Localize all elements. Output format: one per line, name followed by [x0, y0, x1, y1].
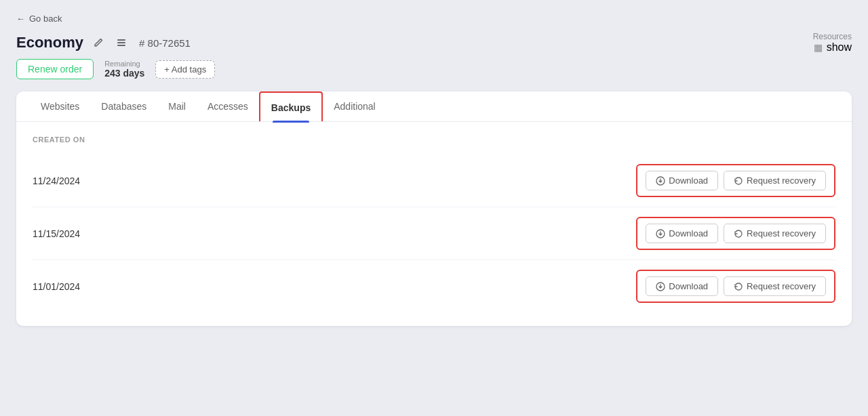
tab-mail[interactable]: Mail — [157, 91, 197, 121]
download-icon — [656, 176, 665, 186]
recovery-icon — [734, 282, 743, 291]
chart-icon: ▦ — [814, 42, 823, 53]
backup-date-1: 11/24/2024 — [33, 175, 636, 186]
back-label: Go back — [29, 14, 62, 24]
table-row: 11/24/2024 Download Re — [33, 154, 835, 207]
remaining-block: Remaining 243 days — [104, 60, 144, 79]
list-button[interactable] — [113, 35, 130, 51]
backups-content: CREATED ON 11/24/2024 Download — [16, 122, 852, 326]
download-button-3[interactable]: Download — [646, 276, 718, 296]
svg-rect-0 — [117, 39, 125, 41]
header-row: Economy # 80-72651 Resources ▦ show — [16, 32, 852, 54]
tab-additional[interactable]: Additional — [323, 91, 387, 121]
download-label: Download — [669, 281, 708, 291]
download-icon — [656, 282, 665, 291]
svg-rect-1 — [117, 42, 125, 43]
back-link[interactable]: ← Go back — [16, 14, 62, 24]
resources-show-label: show — [827, 41, 852, 54]
edit-button[interactable] — [90, 35, 106, 51]
table-row: 11/01/2024 Download Re — [33, 260, 835, 312]
order-id: # 80-72651 — [139, 37, 191, 49]
renew-order-button[interactable]: Renew order — [16, 59, 94, 79]
remaining-label: Remaining — [104, 60, 144, 68]
request-recovery-button-2[interactable]: Request recovery — [724, 224, 826, 243]
download-label: Download — [669, 175, 708, 186]
resources-block: Resources ▦ show — [813, 32, 852, 54]
list-icon — [116, 37, 127, 48]
download-label: Download — [669, 228, 708, 238]
backup-actions-2: Download Request recovery — [636, 217, 835, 250]
resources-label: Resources — [813, 32, 852, 41]
request-recovery-button-3[interactable]: Request recovery — [724, 276, 826, 296]
download-button-2[interactable]: Download — [646, 224, 718, 243]
backup-actions-3: Download Request recovery — [636, 270, 835, 303]
add-tags-button[interactable]: + Add tags — [155, 60, 215, 79]
backup-actions-1: Download Request recovery — [636, 164, 835, 197]
column-header: CREATED ON — [33, 136, 835, 144]
request-recovery-label: Request recovery — [747, 228, 816, 238]
sub-header-row: Renew order Remaining 243 days + Add tag… — [16, 59, 852, 79]
request-recovery-label: Request recovery — [747, 281, 816, 291]
edit-icon — [93, 37, 104, 48]
tab-websites[interactable]: Websites — [30, 91, 90, 121]
backup-date-3: 11/01/2024 — [33, 281, 636, 292]
header-left: Economy # 80-72651 — [16, 34, 191, 51]
request-recovery-button-1[interactable]: Request recovery — [724, 171, 826, 190]
backup-date-2: 11/15/2024 — [33, 228, 636, 239]
remaining-value: 243 days — [104, 68, 144, 79]
recovery-icon — [734, 229, 743, 238]
recovery-icon — [734, 176, 743, 186]
tabs-row: Websites Databases Mail Accesses Backups… — [16, 91, 852, 122]
tab-databases[interactable]: Databases — [90, 91, 157, 121]
tab-accesses[interactable]: Accesses — [197, 91, 259, 121]
download-icon — [656, 229, 665, 238]
page-title: Economy — [16, 34, 83, 51]
main-card: Websites Databases Mail Accesses Backups… — [16, 91, 852, 326]
table-row: 11/15/2024 Download Re — [33, 207, 835, 260]
back-arrow-icon: ← — [16, 14, 25, 24]
page-container: ← Go back Economy # 80-72651 Resources — [0, 0, 868, 339]
resources-show-link[interactable]: ▦ show — [814, 41, 852, 54]
request-recovery-label: Request recovery — [747, 175, 816, 186]
tab-backups[interactable]: Backups — [259, 91, 323, 121]
download-button-1[interactable]: Download — [646, 171, 718, 190]
svg-rect-2 — [117, 45, 125, 46]
